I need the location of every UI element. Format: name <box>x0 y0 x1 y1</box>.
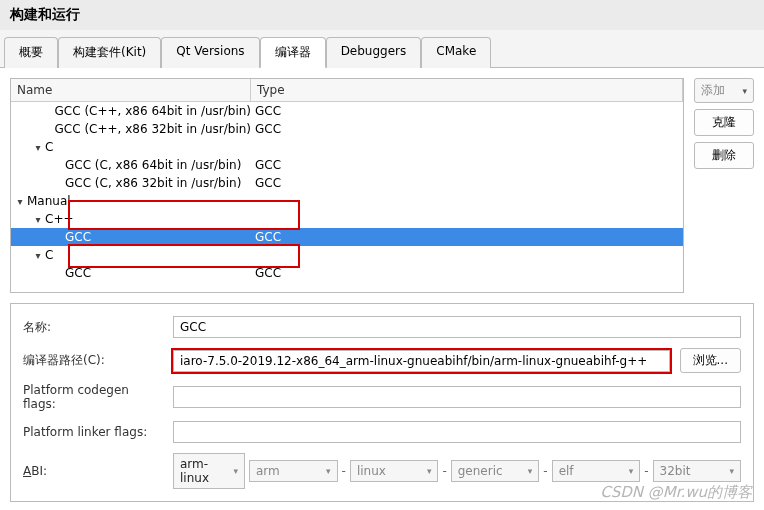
tree-row[interactable]: GCC (C, x86 32bit in /usr/bin)GCC <box>11 174 683 192</box>
tree-row[interactable]: GCC (C, x86 64bit in /usr/bin)GCC <box>11 156 683 174</box>
tree-row-type: GCC <box>251 266 683 280</box>
tree-row-name: GCC (C++, x86 32bit in /usr/bin) <box>55 122 251 136</box>
tree-row-name: GCC <box>65 266 91 280</box>
name-label: 名称: <box>23 319 163 336</box>
remove-button[interactable]: 删除 <box>694 142 754 169</box>
browse-button[interactable]: 浏览... <box>680 348 741 373</box>
tree-row[interactable]: GCCGCC <box>11 228 683 246</box>
tree-header: Name Type <box>11 79 683 102</box>
header-type: Type <box>251 79 683 101</box>
abi-arch-select[interactable]: arm-linux▾ <box>173 453 245 489</box>
tree-row[interactable]: GCCGCC <box>11 264 683 282</box>
expand-arrow-icon[interactable] <box>33 142 43 153</box>
tree-row-name: C++ <box>45 212 74 226</box>
tab-cmake[interactable]: CMake <box>421 37 491 68</box>
abi-env-select[interactable]: generic▾ <box>451 460 540 482</box>
tabbar: 概要 构建套件(Kit) Qt Versions 编译器 Debuggers C… <box>0 30 764 68</box>
tree-row-type: GCC <box>251 230 683 244</box>
tree-row[interactable]: C++ <box>11 210 683 228</box>
tab-overview[interactable]: 概要 <box>4 37 58 68</box>
abi-fmt-select[interactable]: elf▾ <box>552 460 641 482</box>
tab-debuggers[interactable]: Debuggers <box>326 37 422 68</box>
tree-row[interactable]: GCC (C++, x86 32bit in /usr/bin)GCC <box>11 120 683 138</box>
page-title: 构建和运行 <box>0 0 764 30</box>
tree-row-name: GCC (C++, x86 64bit in /usr/bin) <box>55 104 251 118</box>
linker-field[interactable] <box>173 421 741 443</box>
abi-bits-select[interactable]: 32bit▾ <box>653 460 742 482</box>
tree-row[interactable]: C <box>11 138 683 156</box>
tree-row-name: GCC <box>65 230 91 244</box>
expand-arrow-icon[interactable] <box>33 214 43 225</box>
codegen-field[interactable] <box>173 386 741 408</box>
compiler-path-field[interactable] <box>173 350 670 372</box>
clone-button[interactable]: 克隆 <box>694 109 754 136</box>
tree-row[interactable]: Manual <box>11 192 683 210</box>
name-field[interactable] <box>173 316 741 338</box>
tree-row[interactable]: C <box>11 246 683 264</box>
header-name: Name <box>11 79 251 101</box>
abi-label: ABI: <box>23 464 163 478</box>
path-label: 编译器路径(C): <box>23 352 163 369</box>
tree-row-type: GCC <box>251 122 683 136</box>
abi-sub-select[interactable]: arm▾ <box>249 460 338 482</box>
add-button[interactable]: 添加 <box>694 78 754 103</box>
expand-arrow-icon[interactable] <box>15 196 25 207</box>
tab-qtversions[interactable]: Qt Versions <box>161 37 259 68</box>
tab-compilers[interactable]: 编译器 <box>260 37 326 68</box>
linker-label: Platform linker flags: <box>23 425 163 439</box>
expand-arrow-icon[interactable] <box>33 250 43 261</box>
tree-row-name: C <box>45 140 53 154</box>
tree-row-type: GCC <box>251 104 683 118</box>
tree-row-name: C <box>45 248 53 262</box>
tree-row-name: GCC (C, x86 64bit in /usr/bin) <box>65 158 241 172</box>
codegen-label: Platform codegen flags: <box>23 383 163 411</box>
tree-row-type: GCC <box>251 158 683 172</box>
tree-row-name: GCC (C, x86 32bit in /usr/bin) <box>65 176 241 190</box>
abi-os-select[interactable]: linux▾ <box>350 460 439 482</box>
compiler-form: 名称: 编译器路径(C): 浏览... Platform codegen fla… <box>10 303 754 502</box>
tree-row-name: Manual <box>27 194 71 208</box>
tab-kits[interactable]: 构建套件(Kit) <box>58 37 161 68</box>
tree-row[interactable]: GCC (C++, x86 64bit in /usr/bin)GCC <box>11 102 683 120</box>
tree-row-type: GCC <box>251 176 683 190</box>
compiler-tree[interactable]: Name Type GCC (C++, x86 64bit in /usr/bi… <box>10 78 684 293</box>
